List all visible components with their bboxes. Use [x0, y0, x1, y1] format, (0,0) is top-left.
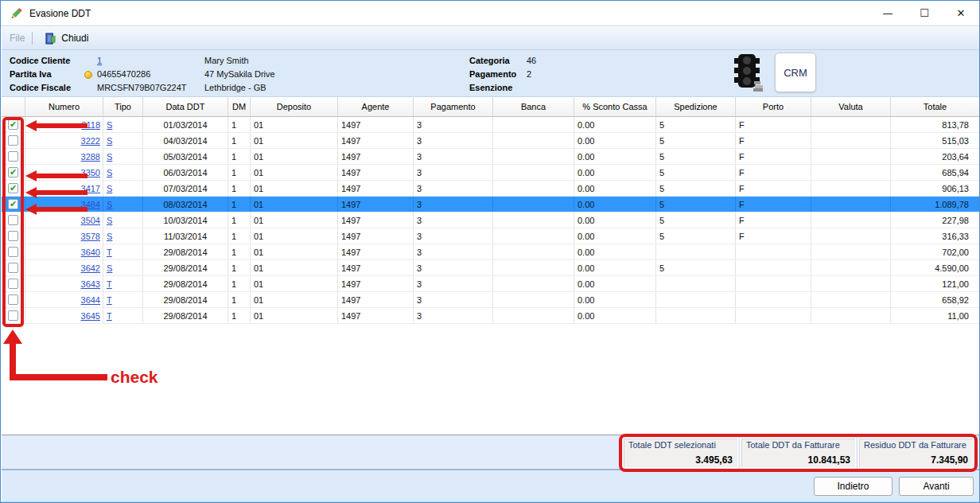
- tipo-link[interactable]: S: [107, 136, 112, 146]
- numero-link[interactable]: 3504: [81, 216, 100, 225]
- avanti-button[interactable]: Avanti: [899, 477, 974, 496]
- numero-link[interactable]: 3222: [81, 136, 100, 146]
- row-checkbox[interactable]: [8, 247, 18, 257]
- table-row[interactable]: 3643T29/08/2014101149730.00121,00: [2, 276, 980, 292]
- cell-sconto: 0.00: [574, 228, 656, 244]
- checkbox-cell: [2, 260, 25, 275]
- row-checkbox[interactable]: [8, 119, 18, 130]
- table-row[interactable]: 3484S08/03/2014101149730.005F1.089,78: [2, 197, 980, 213]
- column-header-porto[interactable]: Porto: [736, 97, 811, 116]
- close-button[interactable]: ✕: [943, 1, 979, 25]
- file-menu[interactable]: File: [10, 33, 25, 44]
- tipo-link[interactable]: T: [107, 279, 112, 289]
- cell-spedizione: 5: [656, 117, 736, 132]
- customer-labels: Codice Cliente Partita Iva Codice Fiscal…: [10, 54, 71, 95]
- row-checkbox[interactable]: [8, 151, 18, 162]
- numero-link[interactable]: 3118: [81, 120, 100, 130]
- cell-banca: [493, 292, 574, 307]
- tipo-link[interactable]: T: [107, 295, 112, 305]
- chiudi-button[interactable]: Chiudi: [40, 31, 93, 46]
- tipo-link[interactable]: S: [107, 232, 112, 241]
- cell-tipo: T: [103, 244, 143, 259]
- minimize-button[interactable]: —: [869, 1, 906, 25]
- tipo-link[interactable]: T: [107, 311, 112, 321]
- tipo-link[interactable]: S: [107, 168, 112, 177]
- tipo-link[interactable]: S: [107, 152, 112, 162]
- column-header-banca[interactable]: Banca: [493, 97, 574, 116]
- indietro-button[interactable]: Indietro: [814, 477, 892, 496]
- table-row[interactable]: 3350S06/03/2014101149730.005F685,94: [2, 165, 980, 181]
- crm-button[interactable]: CRM: [775, 53, 816, 92]
- traffic-light-icon[interactable]: [729, 53, 765, 92]
- cell-valuta: [811, 133, 891, 148]
- customer-values: 1 04655470286 MRCSFN79B07G224T: [97, 54, 187, 95]
- table-row[interactable]: 3288S05/03/2014101149730.005F203,64: [2, 149, 980, 165]
- cell-agente: 1497: [338, 292, 414, 307]
- cell-valuta: [811, 213, 891, 228]
- row-checkbox[interactable]: [8, 231, 18, 241]
- numero-link[interactable]: 3645: [81, 311, 100, 321]
- numero-link[interactable]: 3350: [81, 168, 100, 177]
- column-header-valuta[interactable]: Valuta: [811, 97, 891, 116]
- tipo-link[interactable]: S: [107, 216, 112, 225]
- table-row[interactable]: 3642S29/08/2014101149730.0054.590,00: [2, 260, 980, 276]
- cell-data: 11/03/2014: [143, 228, 228, 244]
- column-header-data[interactable]: Data DDT: [143, 97, 228, 116]
- table-row[interactable]: 3578S11/03/2014101149730.005F316,33: [2, 228, 980, 244]
- row-checkbox[interactable]: [8, 215, 18, 225]
- table-row[interactable]: 3640T29/08/2014101149730.00702,00: [2, 244, 980, 260]
- column-header-pagamento[interactable]: Pagamento: [414, 97, 493, 116]
- row-checkbox[interactable]: [8, 310, 18, 321]
- numero-link[interactable]: 3640: [81, 248, 100, 257]
- tipo-link[interactable]: S: [107, 120, 112, 130]
- table-row[interactable]: 3222S04/03/2014101149730.005F515,03: [2, 133, 980, 149]
- numero-link[interactable]: 3643: [81, 279, 100, 289]
- tipo-link[interactable]: S: [107, 200, 112, 209]
- numero-link[interactable]: 3578: [81, 232, 100, 241]
- tipo-link[interactable]: S: [107, 184, 112, 193]
- maximize-button[interactable]: ☐: [906, 1, 943, 25]
- row-checkbox[interactable]: [8, 167, 18, 177]
- row-checkbox[interactable]: [8, 263, 18, 273]
- column-header-tipo[interactable]: Tipo: [103, 97, 143, 116]
- codice-cliente-link[interactable]: 1: [97, 56, 102, 65]
- column-header-totale[interactable]: Totale: [891, 97, 980, 116]
- numero-link[interactable]: 3642: [81, 263, 100, 273]
- table-row[interactable]: 3645T29/08/2014101149730.0011,00: [2, 308, 980, 324]
- cell-agente: 1497: [338, 228, 414, 244]
- totale-da-fatturare-cell: Totale DDT da Fatturare 10.841,53: [741, 438, 856, 468]
- column-header-deposito[interactable]: Deposito: [251, 97, 338, 116]
- column-header-sconto[interactable]: % Sconto Cassa: [574, 97, 656, 116]
- column-header-numero[interactable]: Numero: [25, 97, 103, 116]
- customer-address: Mary Smith 47 MySakila Drive Lethbridge …: [204, 54, 275, 95]
- numero-link[interactable]: 3417: [81, 184, 100, 193]
- checkbox-cell: [2, 165, 25, 180]
- column-header-spedizione[interactable]: Spedizione: [656, 97, 736, 116]
- numero-link[interactable]: 3644: [81, 295, 100, 305]
- tipo-link[interactable]: T: [107, 248, 112, 257]
- residuo-da-fatturare-value: 7.345,90: [864, 454, 968, 466]
- table-row[interactable]: 3417S07/03/2014101149730.005F906,13: [2, 181, 980, 197]
- checkbox-cell: [2, 276, 25, 291]
- checkbox-cell: [2, 149, 25, 164]
- table-row[interactable]: 3644T29/08/2014101149730.00658,92: [2, 292, 980, 308]
- numero-link[interactable]: 3484: [81, 200, 100, 209]
- table-row[interactable]: 3504S10/03/2014101149730.005F227,98: [2, 213, 980, 228]
- row-checkbox[interactable]: [8, 183, 18, 193]
- cell-agente: 1497: [338, 276, 414, 291]
- row-checkbox[interactable]: [8, 135, 18, 146]
- cell-dm: 1: [228, 308, 251, 323]
- row-checkbox[interactable]: [8, 199, 18, 209]
- numero-link[interactable]: 3288: [81, 152, 100, 162]
- tipo-link[interactable]: S: [107, 263, 112, 273]
- column-header-agente[interactable]: Agente: [338, 97, 414, 116]
- cell-data: 29/08/2014: [143, 292, 228, 307]
- cell-deposito: 01: [251, 260, 338, 275]
- row-checkbox[interactable]: [8, 279, 18, 289]
- table-row[interactable]: 3118S01/03/2014101149730.005F813,78: [2, 117, 980, 133]
- checkbox-cell: [2, 197, 25, 212]
- check-annotation-arrowhead: [3, 329, 22, 344]
- column-header-dm[interactable]: DM: [228, 97, 251, 116]
- cell-deposito: 01: [251, 308, 338, 323]
- row-checkbox[interactable]: [8, 294, 18, 305]
